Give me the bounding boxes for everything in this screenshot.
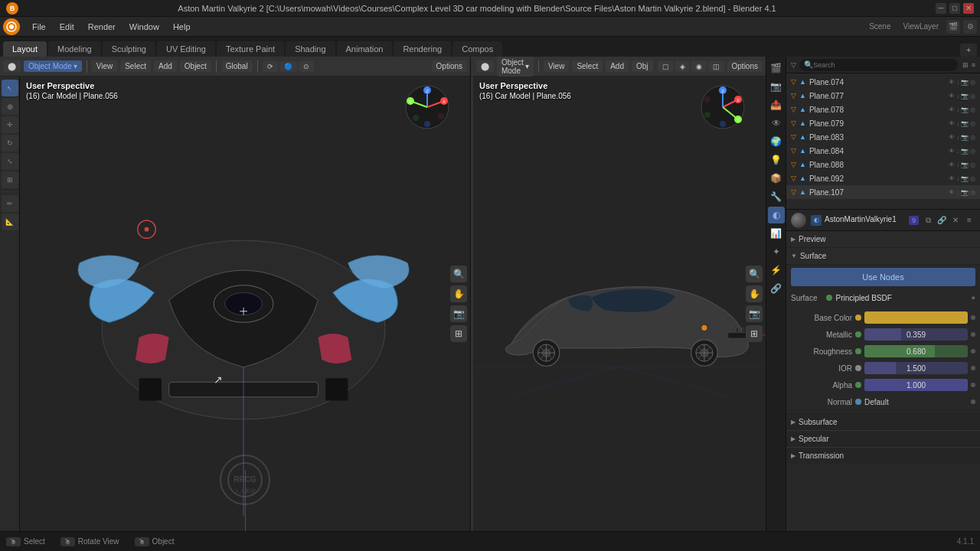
right-display-2[interactable]: ◈: [675, 61, 690, 72]
preview-section-header[interactable]: ▶ Preview: [786, 231, 980, 248]
prop-world-icon[interactable]: 💡: [768, 152, 785, 168]
base-color-dot[interactable]: [855, 315, 861, 321]
right-obj[interactable]: Obj: [632, 60, 653, 72]
prop-view-icon[interactable]: 👁: [768, 115, 785, 132]
camera-tool[interactable]: 📷: [450, 305, 467, 322]
item-cam-4[interactable]: 📷: [961, 134, 969, 141]
right-select[interactable]: Select: [572, 60, 603, 72]
metallic-options[interactable]: [971, 332, 975, 337]
pan-tool[interactable]: ✋: [450, 285, 467, 302]
use-nodes-button[interactable]: Use Nodes: [791, 268, 975, 286]
right-display-3[interactable]: ◉: [691, 61, 707, 72]
item-render-7[interactable]: ◎: [970, 175, 975, 182]
left-tool-btn-1[interactable]: ⬤: [3, 60, 21, 72]
tab-layout[interactable]: Layout: [3, 41, 47, 57]
mat-delete-btn[interactable]: ✕: [949, 214, 962, 227]
roughness-options[interactable]: [971, 349, 975, 354]
viewlayer-label[interactable]: ViewLayer: [898, 22, 943, 31]
item-cam-0[interactable]: 📷: [961, 79, 969, 86]
options-button[interactable]: Options: [432, 60, 467, 72]
outliner-filter-btn[interactable]: ≡: [972, 61, 975, 69]
outliner-options[interactable]: ⊞: [962, 61, 969, 69]
maximize-button[interactable]: □: [949, 3, 960, 14]
item-render-1[interactable]: ◎: [970, 93, 975, 99]
item-eye-6[interactable]: 👁: [949, 161, 955, 168]
prop-scene-icon[interactable]: 🎬: [768, 60, 785, 77]
item-render-5[interactable]: ◎: [970, 148, 975, 155]
roughness-dot[interactable]: [855, 348, 861, 354]
prop-physics-icon[interactable]: ⚡: [768, 262, 785, 279]
cursor-tool[interactable]: ⊕: [2, 98, 18, 115]
prop-material-icon[interactable]: ◐: [768, 207, 785, 223]
item-eye-4[interactable]: 👁: [949, 134, 955, 141]
item-render-8[interactable]: ◎: [970, 189, 975, 196]
mat-options-btn[interactable]: ≡: [963, 214, 975, 227]
scale-tool[interactable]: ⤡: [2, 153, 18, 170]
item-eye-1[interactable]: 👁: [949, 93, 955, 99]
mat-copy-btn[interactable]: ⧉: [922, 214, 934, 227]
item-hide-6[interactable]: ↓: [956, 161, 959, 168]
item-hide-2[interactable]: ↓: [956, 106, 959, 113]
alpha-options[interactable]: [971, 383, 975, 387]
left-viewport[interactable]: User Perspective (16) Car Model | Plane.…: [20, 77, 470, 531]
transmission-section[interactable]: ▶ Transmission: [786, 447, 980, 464]
specular-section[interactable]: ▶ Specular: [786, 430, 980, 447]
roughness-value-bar[interactable]: 0.680: [864, 345, 968, 357]
item-hide-4[interactable]: ↓: [956, 134, 959, 141]
outliner-filter-icon[interactable]: ▽: [791, 61, 796, 69]
item-eye-2[interactable]: 👁: [949, 106, 955, 113]
alpha-dot[interactable]: [855, 382, 861, 388]
right-view[interactable]: View: [544, 60, 570, 72]
menu-help[interactable]: Help: [167, 21, 197, 33]
outliner-item-plane092[interactable]: ▽ ▲ Plane.092 👁 ↓ 📷 ◎: [786, 171, 980, 185]
tab-modeling[interactable]: Modeling: [48, 41, 101, 57]
move-tool[interactable]: ✛: [2, 116, 18, 133]
outliner-item-plane083[interactable]: ▽ ▲ Plane.083 👁 ↓ 📷 ◎: [786, 130, 980, 144]
outliner-item-plane079[interactable]: ▽ ▲ Plane.079 👁 ↓ 📷 ◎: [786, 116, 980, 130]
tab-rendering[interactable]: Rendering: [394, 41, 451, 57]
item-render-6[interactable]: ◎: [970, 161, 975, 168]
bsdf-label[interactable]: Principled BSDF: [835, 294, 891, 302]
blender-logo[interactable]: [3, 18, 20, 35]
metallic-value-bar[interactable]: 0.359: [864, 328, 968, 341]
item-render-0[interactable]: ◎: [970, 79, 975, 86]
right-add[interactable]: Add: [606, 60, 629, 72]
alpha-value-bar[interactable]: 1.000: [864, 379, 968, 391]
subsurface-section[interactable]: ▶ Subsurface: [786, 413, 980, 430]
right-object-mode[interactable]: Object Mode ▾: [497, 57, 534, 77]
prop-modifier-icon[interactable]: 🔧: [768, 188, 785, 205]
item-eye-3[interactable]: 👁: [949, 120, 955, 127]
right-camera[interactable]: 📷: [746, 305, 763, 322]
item-hide-5[interactable]: ↓: [956, 148, 959, 155]
outliner-search-input[interactable]: [813, 61, 874, 69]
item-hide-7[interactable]: ↓: [956, 175, 959, 182]
base-color-options[interactable]: [971, 315, 975, 320]
prop-output-icon[interactable]: 📤: [768, 96, 785, 113]
right-options[interactable]: Options: [727, 60, 763, 72]
measure-tool[interactable]: 📐: [2, 214, 18, 230]
item-render-3[interactable]: ◎: [970, 120, 975, 127]
outliner-item-plane078[interactable]: ▽ ▲ Plane.078 👁 ↓ 📷 ◎: [786, 103, 980, 116]
rotate-tool[interactable]: ↻: [2, 135, 18, 152]
prop-constraint-icon[interactable]: 🔗: [768, 280, 785, 297]
outliner-item-plane084[interactable]: ▽ ▲ Plane.084 👁 ↓ 📷 ◎: [786, 144, 980, 158]
object-menu[interactable]: Object: [180, 60, 211, 72]
menu-file[interactable]: File: [26, 21, 52, 33]
item-cam-7[interactable]: 📷: [961, 175, 969, 182]
item-eye-5[interactable]: 👁: [949, 148, 955, 155]
item-eye-8[interactable]: 👁: [949, 189, 955, 196]
metallic-dot[interactable]: [855, 331, 861, 337]
item-hide-1[interactable]: ↓: [956, 93, 959, 99]
normal-options[interactable]: [971, 399, 975, 404]
select-tool[interactable]: ↖: [2, 80, 18, 96]
tab-shading[interactable]: Shading: [286, 41, 335, 57]
scene-icon[interactable]: 🎬: [946, 20, 960, 34]
item-hide-0[interactable]: ↓: [956, 79, 959, 86]
panel-divider[interactable]: [471, 57, 473, 531]
item-eye-0[interactable]: 👁: [949, 79, 955, 86]
outliner-item-plane074[interactable]: ▽ ▲ Plane.074 👁 ↓ 📷 ◎: [786, 75, 980, 89]
item-cam-3[interactable]: 📷: [961, 120, 969, 127]
transform-tool[interactable]: ⊞: [2, 171, 18, 188]
ior-value-bar[interactable]: 1.500: [864, 362, 968, 374]
outliner-item-plane077[interactable]: ▽ ▲ Plane.077 👁 ↓ 📷 ◎: [786, 89, 980, 103]
